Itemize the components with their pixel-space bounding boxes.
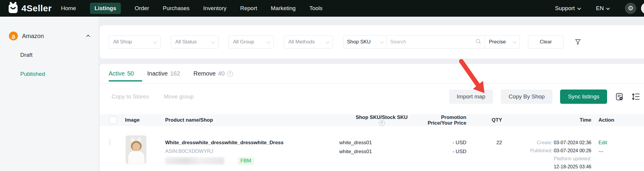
language-dropdown[interactable]: EN [596,5,609,12]
all-methods-select[interactable]: All Methods [284,35,333,48]
published-label: Published: [530,148,553,153]
table-row: White_dresswhite_dresswhite_dresswhite_D… [100,126,644,171]
shop-sku: white_dress01 [339,140,424,146]
shop-name-redacted [165,157,224,164]
nav-item-order[interactable]: Order [135,5,149,12]
nav-item-marketing[interactable]: Marketing [271,5,296,12]
product-name[interactable]: White_dresswhite_dresswhite_dresswhite_D… [165,140,339,146]
shopping-bag-logo-icon [8,2,18,15]
search-input[interactable] [390,39,473,45]
listings-page: 4Seller Home Listings Order Purchases In… [0,0,644,171]
tab-active[interactable]: Active 50 [109,70,134,77]
nav-links: Home Listings Order Purchases Inventory … [61,3,323,14]
nav-item-listings[interactable]: Listings [90,3,121,14]
tab-active-count: 50 [127,70,134,77]
platform-label: Amazon [22,33,44,40]
product-image[interactable] [126,135,146,164]
search-group: Shop SKU Precise [343,35,520,48]
main-content: All Shop All Status All Group All Method… [98,17,644,171]
chevron-down-icon [513,40,517,43]
move-group-button[interactable]: Move group [164,93,194,100]
tab-remove[interactable]: Remove 40 ? [193,70,233,77]
bulk-actions: Copy to Stores Move group [112,93,194,100]
row-height-icon[interactable] [632,92,640,101]
all-group-select[interactable]: All Group [229,35,274,48]
status-tabs: Active 50 Inactive 162 Remove 40 ? [100,64,644,84]
header-action: Action [595,114,644,126]
avatar[interactable] [641,3,644,14]
product-cell: White_dresswhite_dresswhite_dresswhite_D… [165,126,339,171]
all-status-value: All Status [175,39,197,45]
chevron-up-icon [86,34,90,38]
header-image: Image [125,114,165,126]
filter-funnel-icon[interactable] [574,38,582,46]
settings-button[interactable]: ⚙ [625,3,636,14]
sync-listings-button[interactable]: Sync listings [560,90,607,104]
tab-remove-count: 40 [218,70,225,77]
all-shop-value: All Shop [113,39,132,45]
product-asin: ASIN:B0CXDDWYRJ [165,148,339,154]
import-map-button[interactable]: Import map [449,90,493,104]
chevron-down-icon [606,6,610,10]
clear-button[interactable]: Clear [528,35,564,48]
nav-right: Support EN ⚙ [555,3,636,14]
create-value: 03-07-2024 02:36 [554,140,591,145]
all-methods-value: All Methods [288,39,315,45]
top-nav: 4Seller Home Listings Order Purchases In… [0,0,644,17]
fulfillment-badge: FBM [238,157,254,165]
chevron-down-icon [326,40,330,43]
all-status-select[interactable]: All Status [171,35,218,48]
chevron-down-icon [380,40,384,43]
sidebar-item-published[interactable]: Published [20,71,98,77]
time-cell: Create: 03-07-2024 02:36 Published: 03-0… [515,126,595,171]
header-qty: QTY [476,114,515,126]
nav-item-inventory[interactable]: Inventory [203,5,226,12]
stock-sku: white_dress01 [339,149,424,155]
sidebar-item-draft[interactable]: Draft [20,52,98,58]
brand[interactable]: 4Seller [8,2,52,15]
nav-item-purchases[interactable]: Purchases [163,5,190,12]
tab-inactive[interactable]: Inactive 162 [147,70,180,77]
chevron-down-icon [211,40,215,43]
published-value: 03-07-2024 00:26 [554,148,591,153]
column-settings-icon[interactable] [615,92,624,101]
language-label: EN [596,5,604,12]
filter-bar: All Shop All Status All Group All Method… [100,25,644,59]
nav-item-tools[interactable]: Tools [309,5,322,12]
amazon-icon: a [9,32,18,40]
tab-inactive-count: 162 [170,70,180,77]
match-mode-select[interactable]: Precise [485,36,519,48]
table-header: Image Product name/Shop Shop SKU/Stock S… [100,114,644,126]
your-price: - USD [424,149,466,155]
listings-panel: Active 50 Inactive 162 Remove 40 ? Copy … [100,64,644,171]
copy-by-shop-button[interactable]: Copy By Shop [501,90,552,104]
match-mode-value: Precise [489,39,506,45]
promotion-price: - USD [424,140,466,146]
tab-active-label: Active [109,70,125,77]
header-sku: Shop SKU/Stock SKU ? [339,114,424,126]
price-cell: - USD - USD [424,126,476,171]
support-dropdown[interactable]: Support [555,5,580,12]
select-all-checkbox[interactable] [110,117,117,124]
tab-remove-label: Remove [193,70,215,77]
sku-cell: white_dress01 white_dress01 [339,126,424,171]
gear-icon: ⚙ [628,4,634,12]
all-shop-select[interactable]: All Shop [109,35,161,48]
sidebar-item-amazon[interactable]: a Amazon [9,32,90,40]
help-icon[interactable]: ? [379,120,385,126]
action-cell: Edit ... [595,126,644,171]
help-icon[interactable]: ? [227,71,233,77]
header-time: Time [515,114,595,126]
amazon-letter: a [12,33,15,39]
chevron-down-icon [577,6,581,10]
row-checkbox[interactable] [110,139,110,145]
nav-item-home[interactable]: Home [61,5,76,12]
copy-to-stores-button[interactable]: Copy to Stores [112,93,149,100]
create-label: Create: [537,140,552,145]
toolbar-right: Import map Copy By Shop Sync listings [449,90,640,104]
edit-link[interactable]: Edit [598,140,644,146]
search-field-select[interactable]: Shop SKU [343,36,387,48]
brand-name: 4Seller [21,3,52,13]
more-actions-link[interactable]: ... [598,148,644,153]
nav-item-report[interactable]: Report [240,5,257,12]
